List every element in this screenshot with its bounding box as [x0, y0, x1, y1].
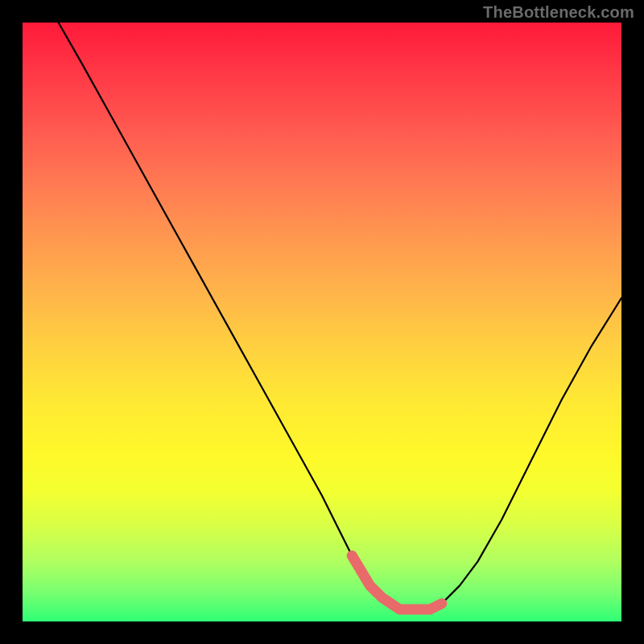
curve-line [59, 23, 621, 609]
chart-svg [23, 23, 621, 621]
plot-area [23, 23, 621, 621]
chart-frame [0, 0, 644, 644]
flat-segment-marker [352, 555, 442, 609]
watermark-text: TheBottleneck.com [483, 3, 634, 22]
